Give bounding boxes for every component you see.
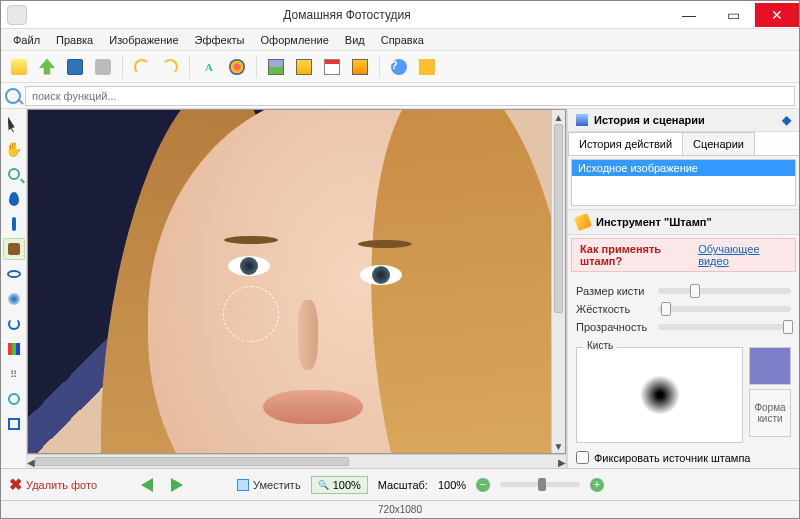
slider-hardness-row: Жёсткость (576, 303, 791, 315)
tool-circle[interactable] (3, 388, 25, 410)
drop-icon (9, 192, 19, 206)
size-slider[interactable] (658, 288, 791, 294)
zoom-in-button[interactable]: + (590, 478, 604, 492)
hardness-slider[interactable] (658, 306, 791, 312)
zoom-out-button[interactable]: − (476, 478, 490, 492)
slider-knob[interactable] (661, 302, 671, 316)
help-button[interactable]: ? (387, 55, 411, 79)
canvas-content (358, 240, 412, 248)
tool-brush[interactable] (3, 213, 25, 235)
redo-button[interactable] (158, 55, 182, 79)
image-canvas[interactable]: ▲ ▼ (27, 109, 566, 454)
tool-blur[interactable] (3, 288, 25, 310)
history-icon (576, 114, 588, 126)
scroll-left-icon[interactable]: ◀ (27, 455, 35, 468)
menu-effects[interactable]: Эффекты (187, 31, 253, 49)
text-button[interactable]: A (197, 55, 221, 79)
tab-scenarios[interactable]: Сценарии (682, 132, 755, 155)
history-list[interactable]: Исходное изображение (571, 159, 796, 206)
opacity-slider[interactable] (658, 324, 791, 330)
scale-label: Масштаб: (378, 479, 428, 491)
window-title: Домашняя Фотостудия (27, 8, 667, 22)
tool-warp[interactable] (3, 313, 25, 335)
next-image-button[interactable] (167, 475, 187, 495)
history-title: История и сценарии (594, 114, 705, 126)
brush-preview-box[interactable] (576, 347, 743, 443)
scroll-thumb[interactable] (35, 457, 349, 466)
canvas-content (360, 265, 402, 285)
right-panel: История и сценарии ◆ История действий Сц… (567, 109, 799, 468)
howto-link[interactable]: Обучающее видео (698, 243, 787, 267)
open-button[interactable] (7, 55, 31, 79)
brush-shape-button[interactable]: Форма кисти (749, 389, 791, 437)
text-icon: A (205, 61, 213, 73)
menu-file[interactable]: Файл (5, 31, 48, 49)
scroll-down-icon[interactable]: ▼ (552, 439, 565, 453)
undo-button[interactable] (130, 55, 154, 79)
scroll-right-icon[interactable]: ▶ (558, 455, 566, 468)
slider-knob[interactable] (538, 478, 546, 491)
calendar-button[interactable] (320, 55, 344, 79)
slider-knob[interactable] (690, 284, 700, 298)
arrow-right-icon (171, 478, 183, 492)
tool-crop[interactable] (3, 413, 25, 435)
fit-button[interactable]: Уместить (237, 479, 301, 491)
insert-image-button[interactable] (264, 55, 288, 79)
export-button[interactable] (35, 55, 59, 79)
tool-move[interactable] (3, 113, 25, 135)
tool-eyedropper[interactable] (3, 188, 25, 210)
brush-preview (640, 375, 680, 415)
collapse-button[interactable]: ◆ (782, 113, 791, 127)
home-button[interactable] (415, 55, 439, 79)
maximize-button[interactable]: ▭ (711, 3, 755, 27)
canvas-container: ▲ ▼ ◀ ▶ (27, 109, 567, 468)
prev-image-button[interactable] (137, 475, 157, 495)
slider-knob[interactable] (783, 320, 793, 334)
menu-edit[interactable]: Правка (48, 31, 101, 49)
menu-image[interactable]: Изображение (101, 31, 186, 49)
search-input[interactable] (25, 86, 795, 106)
scroll-track[interactable] (552, 124, 565, 439)
tool-redeye[interactable] (3, 263, 25, 285)
tab-history[interactable]: История действий (568, 132, 683, 155)
menu-view[interactable]: Вид (337, 31, 373, 49)
tool-heal[interactable]: ⠿ (3, 363, 25, 385)
minimize-button[interactable]: — (667, 3, 711, 27)
menu-help[interactable]: Справка (373, 31, 432, 49)
search-bar (1, 83, 799, 109)
scroll-track[interactable] (35, 455, 558, 468)
card-button[interactable] (348, 55, 372, 79)
separator (256, 56, 257, 78)
tool-levels[interactable] (3, 338, 25, 360)
stamp-cursor (223, 286, 279, 342)
color-swatch[interactable] (749, 347, 791, 385)
delete-photo-button[interactable]: ✖ Удалить фото (9, 475, 97, 494)
tool-panel-header: Инструмент "Штамп" (568, 209, 799, 235)
tool-stamp[interactable] (3, 238, 25, 260)
frame-button[interactable] (292, 55, 316, 79)
zoom-slider[interactable] (500, 482, 580, 487)
app-window: Домашняя Фотостудия — ▭ ✕ Файл Правка Из… (0, 0, 800, 519)
undo-icon (134, 59, 150, 75)
scroll-thumb[interactable] (554, 124, 563, 313)
search-icon[interactable] (5, 88, 21, 104)
save-button[interactable] (63, 55, 87, 79)
menubar: Файл Правка Изображение Эффекты Оформлен… (1, 29, 799, 51)
palette-button[interactable] (225, 55, 249, 79)
scroll-up-icon[interactable]: ▲ (552, 110, 565, 124)
fix-source-checkbox[interactable] (576, 451, 589, 464)
menu-decor[interactable]: Оформление (253, 31, 337, 49)
tool-zoom[interactable] (3, 163, 25, 185)
blur-icon (8, 293, 20, 305)
zoom-100-label: 100% (333, 479, 361, 491)
zoom-100-button[interactable]: 🔍 100% (311, 476, 368, 494)
print-button[interactable] (91, 55, 115, 79)
tool-hand[interactable]: ✋ (3, 138, 25, 160)
vertical-scrollbar[interactable]: ▲ ▼ (551, 110, 565, 453)
canvas-content (298, 300, 318, 370)
main-toolbar: A ? (1, 51, 799, 83)
close-button[interactable]: ✕ (755, 3, 799, 27)
history-item[interactable]: Исходное изображение (572, 160, 795, 176)
circle-icon (8, 393, 20, 405)
horizontal-scrollbar[interactable]: ◀ ▶ (27, 454, 566, 468)
